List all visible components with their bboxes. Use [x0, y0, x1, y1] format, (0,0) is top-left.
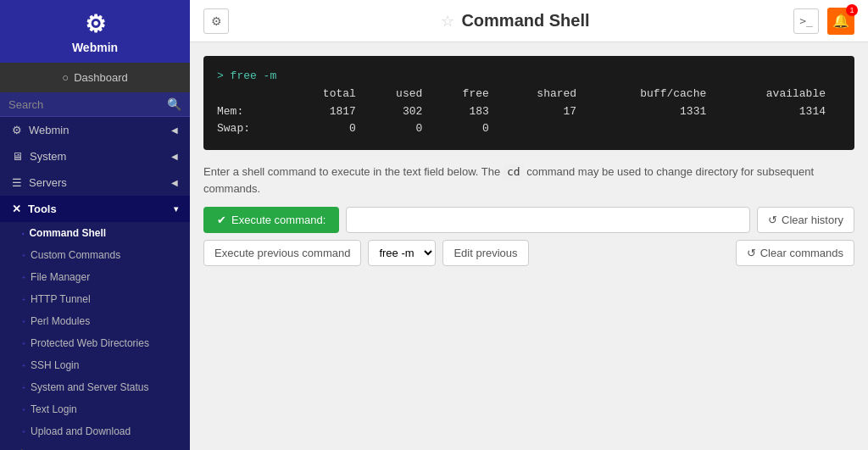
sidebar-item-servers[interactable]: ☰ Servers ◀ [0, 169, 190, 196]
command-row-1: ✔ Execute command: ↺ Clear history [203, 207, 854, 233]
bullet-icon: + [22, 407, 25, 413]
subitem-label: SSH Login [31, 359, 79, 371]
cell-used: used [371, 86, 437, 103]
execute-previous-button[interactable]: Execute previous command [203, 240, 361, 266]
sidebar-subitem-custom-commands[interactable]: + Custom Commands [0, 244, 190, 266]
cell-free: free [437, 86, 504, 103]
cell-swap-free: 0 [437, 120, 504, 138]
sidebar: ⚙ Webmin ○ Dashboard 🔍 ⚙ Webmin ◀ 🖥 Syst… [0, 0, 190, 450]
top-header: ⚙ ☆ Command Shell >_ 🔔 1 [190, 0, 868, 42]
notification-button[interactable]: 🔔 1 [827, 8, 854, 35]
sidebar-logo-label: Webmin [72, 41, 118, 54]
subitem-label: System and Server Status [31, 381, 148, 393]
sidebar-subitem-upload-download[interactable]: + Upload and Download [0, 420, 190, 442]
execute-command-button[interactable]: ✔ Execute command: [203, 207, 339, 233]
subitem-label: Custom Commands [31, 249, 120, 261]
cd-command: cd [504, 164, 524, 179]
previous-command-select[interactable]: free -m [368, 240, 436, 266]
terminal-command: > free -m [217, 68, 841, 86]
sidebar-item-label: Webmin [29, 124, 69, 136]
sidebar-item-webmin[interactable]: ⚙ Webmin ◀ [0, 117, 190, 143]
bullet-icon: + [22, 429, 25, 435]
search-bar[interactable]: 🔍 [0, 92, 190, 117]
chevron-icon: ◀ [171, 125, 178, 135]
chevron-icon: ◀ [171, 178, 178, 187]
subitem-label: Command Shell [29, 227, 106, 239]
webmin-nav-icon: ⚙ [12, 124, 22, 136]
sidebar-logo: ⚙ Webmin [0, 0, 190, 63]
cell-buff: buff/cache [592, 86, 721, 103]
sidebar-subitem-file-manager[interactable]: + File Manager [0, 266, 190, 288]
subitem-label: HTTP Tunnel [31, 293, 90, 305]
sidebar-subitem-command-shell[interactable]: • Command Shell [0, 222, 190, 244]
terminal-output: > free -m total used free shared buff/ca… [203, 56, 854, 150]
sidebar-item-networking[interactable]: ⚡ Networking ◀ [0, 442, 190, 450]
bullet-icon: + [22, 253, 25, 258]
dashboard-icon: ○ [62, 71, 69, 84]
cell-mem-shared: 17 [504, 103, 592, 121]
command-controls: ✔ Execute command: ↺ Clear history Execu… [203, 207, 854, 266]
bullet-icon: + [22, 275, 25, 281]
undo-icon: ↺ [768, 214, 777, 226]
settings-button[interactable]: ⚙ [203, 8, 229, 34]
clear-history-button[interactable]: ↺ Clear history [757, 207, 854, 233]
command-input[interactable] [346, 207, 750, 233]
cell-swap-used: 0 [371, 120, 437, 138]
sidebar-subitem-protected-web[interactable]: + Protected Web Directories [0, 332, 190, 354]
clear-commands-button[interactable]: ↺ Clear commands [736, 240, 854, 266]
search-icon: 🔍 [167, 97, 181, 111]
cell-mem-used: 302 [371, 103, 437, 121]
edit-prev-label: Edit previous [453, 247, 517, 259]
page-title-area: ☆ Command Shell [237, 11, 793, 31]
dashboard-label: Dashboard [74, 71, 128, 84]
edit-previous-button[interactable]: Edit previous [442, 240, 528, 266]
servers-icon: ☰ [12, 176, 22, 189]
star-icon[interactable]: ☆ [441, 12, 454, 31]
subitem-label: Protected Web Directories [31, 337, 149, 349]
tools-icon: ✕ [12, 203, 21, 215]
bullet-icon: + [22, 341, 25, 347]
checkmark-icon: ✔ [217, 214, 226, 226]
exec-prev-label: Execute previous command [214, 247, 350, 259]
sidebar-item-tools[interactable]: ✕ Tools ▾ [0, 196, 190, 222]
sidebar-subitem-perl-modules[interactable]: + Perl Modules [0, 310, 190, 332]
cell-mem-total: 1817 [294, 103, 371, 121]
dashboard-tab[interactable]: ○ Dashboard [0, 63, 190, 92]
main-area: ⚙ ☆ Command Shell >_ 🔔 1 > free -m total… [190, 0, 868, 450]
sidebar-item-label: Tools [28, 203, 57, 215]
page-title: Command Shell [461, 11, 589, 31]
cell-mem-label: Mem: [217, 103, 294, 121]
execute-label: Execute command: [231, 214, 326, 226]
cell-swap-label: Swap: [217, 120, 294, 138]
notification-badge: 1 [846, 4, 858, 16]
subitem-label: Perl Modules [31, 315, 90, 327]
sidebar-subitem-text-login[interactable]: + Text Login [0, 398, 190, 420]
clear-history-label: Clear history [782, 214, 843, 226]
clear-commands-label: Clear commands [760, 247, 843, 259]
bullet-icon: + [22, 385, 25, 391]
sidebar-item-system[interactable]: 🖥 System ◀ [0, 143, 190, 169]
search-input[interactable] [8, 98, 167, 111]
bullet-icon: • [22, 231, 24, 236]
subitem-label: File Manager [31, 271, 90, 283]
info-text-part1: Enter a shell command to execute in the … [203, 165, 500, 178]
cell-mem-available: 1314 [721, 103, 841, 121]
webmin-icon: ⚙ [85, 10, 106, 38]
sidebar-item-label: System [30, 150, 66, 163]
table-row: Swap: 0 0 0 [217, 120, 841, 138]
terminal-table: total used free shared buff/cache availa… [217, 86, 841, 138]
chevron-icon: ▾ [174, 204, 178, 214]
cell-mem-buff: 1331 [592, 103, 721, 121]
cell-shared: shared [504, 86, 592, 103]
terminal-button[interactable]: >_ [793, 8, 819, 34]
terminal-icon: >_ [799, 14, 813, 27]
sidebar-subitem-http-tunnel[interactable]: + HTTP Tunnel [0, 288, 190, 310]
sidebar-subitem-system-server-status[interactable]: + System and Server Status [0, 376, 190, 398]
bullet-icon: + [22, 297, 25, 303]
sidebar-subitem-ssh-login[interactable]: + SSH Login [0, 354, 190, 376]
bullet-icon: + [22, 319, 25, 325]
gear-icon: ⚙ [211, 14, 222, 28]
system-icon: 🖥 [12, 150, 23, 163]
cell-total: total [294, 86, 371, 103]
bell-icon: 🔔 [832, 13, 849, 29]
